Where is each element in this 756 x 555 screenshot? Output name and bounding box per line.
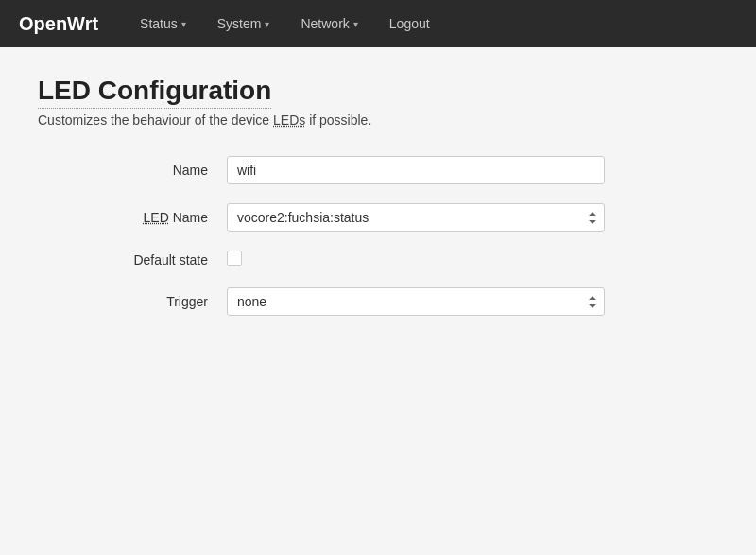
nav-label-system: System [217,16,262,31]
nav-item-system[interactable]: System ▾ [204,3,284,44]
label-led-name: LED Name [38,210,227,225]
control-name [227,156,605,184]
led-config-form: Name LED Name vocore2:fuchsia:status Def… [38,156,718,316]
input-name[interactable] [227,156,605,184]
select-trigger[interactable]: none [227,287,605,316]
nav-link-logout[interactable]: Logout [376,3,443,44]
nav-item-status[interactable]: Status ▾ [127,3,199,44]
caret-network: ▾ [353,19,358,29]
control-default-state [227,251,605,269]
label-trigger: Trigger [38,294,227,309]
form-row-trigger: Trigger none [38,287,718,316]
leds-text: LEDs [273,113,305,128]
form-row-led-name: LED Name vocore2:fuchsia:status [38,203,718,232]
caret-status: ▾ [181,19,186,29]
control-led-name: vocore2:fuchsia:status [227,203,605,232]
navbar-nav: Status ▾ System ▾ Network ▾ Logout [127,3,443,44]
main-content: LED Configuration Customizes the behavio… [0,47,756,363]
page-description: Customizes the behaviour of the device L… [38,113,718,128]
nav-label-network: Network [301,16,349,31]
nav-item-logout[interactable]: Logout [376,3,443,44]
control-trigger: none [227,287,605,316]
form-row-name: Name [38,156,718,184]
nav-label-logout: Logout [389,16,430,31]
nav-label-status: Status [140,16,178,31]
navbar-brand[interactable]: OpenWrt [19,13,98,35]
nav-item-network[interactable]: Network ▾ [287,3,370,44]
checkbox-default-state[interactable] [227,251,242,266]
page-title: LED Configuration [38,76,271,109]
nav-link-status[interactable]: Status ▾ [127,3,199,44]
nav-link-network[interactable]: Network ▾ [287,3,370,44]
page-desc-text: Customizes the behaviour of the device L… [38,113,371,128]
nav-link-system[interactable]: System ▾ [204,3,284,44]
select-led-name[interactable]: vocore2:fuchsia:status [227,203,605,232]
caret-system: ▾ [265,19,269,29]
navbar: OpenWrt Status ▾ System ▾ Network ▾ Logo… [0,0,756,47]
label-default-state: Default state [38,252,227,268]
form-row-default-state: Default state [38,251,718,269]
label-name: Name [38,163,227,178]
